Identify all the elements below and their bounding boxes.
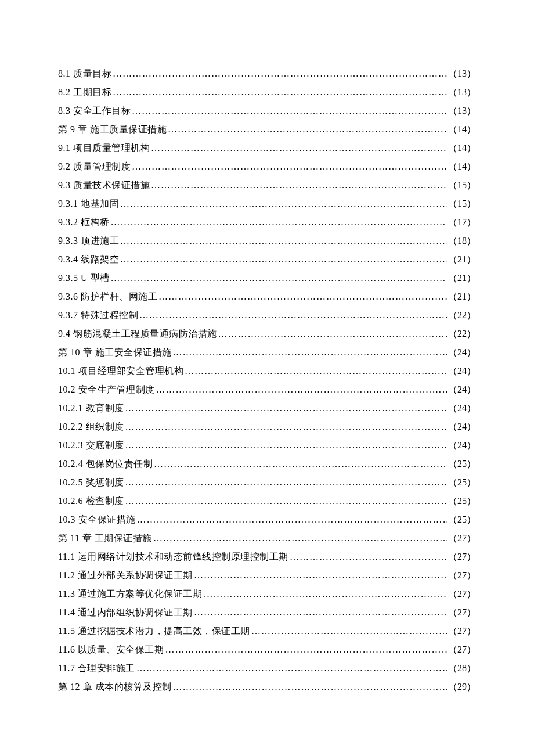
toc-label: 9.3.7 特殊过程控制: [58, 306, 138, 325]
toc-leader-dots: [125, 417, 448, 436]
toc-page-number: （21）: [448, 250, 476, 269]
toc-leader-dots: [194, 603, 447, 622]
toc-label: 10.2.1 教育制度: [58, 399, 124, 417]
toc-page-number: （25）: [448, 510, 476, 529]
toc-entry: 11.4 通过内部组织协调保证工期（27）: [58, 603, 476, 622]
toc-label: 第 10 章 施工安全保证措施: [58, 343, 172, 362]
toc-leader-dots: [125, 399, 448, 417]
toc-leader-dots: [132, 102, 447, 120]
toc-leader-dots: [218, 325, 448, 343]
toc-leader-dots: [125, 473, 448, 492]
toc-label: 10.2.3 交底制度: [58, 436, 124, 455]
toc-label: 9.2 质量管理制度: [58, 157, 131, 176]
toc-leader-dots: [153, 529, 447, 548]
toc-leader-dots: [120, 250, 447, 269]
toc-entry: 10.2.6 检查制度（25）: [58, 492, 476, 510]
toc-label: 第 11 章 工期保证措施: [58, 529, 152, 548]
toc-page-number: （14）: [448, 157, 476, 176]
toc-page-number: （15）: [448, 176, 476, 195]
toc-label: 10.2.2 组织制度: [58, 417, 124, 436]
toc-entry: 9.3 质量技术保证措施（15）: [58, 176, 476, 195]
toc-entry: 第 11 章 工期保证措施（27）: [58, 529, 476, 548]
toc-page-number: （15）: [448, 195, 476, 213]
toc-label: 9.3.1 地基加固: [58, 195, 119, 213]
toc-page-number: （27）: [448, 640, 476, 659]
toc-leader-dots: [151, 139, 447, 157]
toc-page-number: （17）: [448, 213, 476, 232]
toc-page-number: （25）: [448, 473, 476, 492]
toc-leader-dots: [290, 548, 447, 566]
toc-label: 10.2 安全生产管理制度: [58, 380, 155, 399]
toc-label: 10.1 项目经理部安全管理机构: [58, 362, 183, 380]
toc-label: 11.5 通过挖掘技术潜力，提高工效，保证工期: [58, 622, 250, 640]
toc-label: 11.1 运用网络计划技术和动态前锋线控制原理控制工期: [58, 548, 288, 566]
toc-label: 11.6 以质量、安全保工期: [58, 640, 164, 659]
toc-page-number: （27）: [448, 548, 476, 566]
toc-leader-dots: [173, 343, 448, 362]
toc-label: 9.3.3 顶进施工: [58, 232, 119, 250]
toc-label: 11.4 通过内部组织协调保证工期: [58, 603, 193, 622]
toc-leader-dots: [136, 659, 447, 678]
toc-leader-dots: [120, 195, 447, 213]
toc-leader-dots: [151, 176, 447, 195]
toc-page-number: （24）: [448, 399, 476, 417]
toc-page-number: （14）: [448, 120, 476, 139]
toc-label: 11.3 通过施工方案等优化保证工期: [58, 585, 202, 603]
toc-entry: 11.7 合理安排施工（28）: [58, 659, 476, 678]
toc-leader-dots: [111, 269, 447, 287]
toc-entry: 9.2 质量管理制度（14）: [58, 157, 476, 176]
toc-entry: 9.3.4 线路架空（21）: [58, 250, 476, 269]
toc-entry: 9.3.1 地基加固（15）: [58, 195, 476, 213]
toc-page-number: （22）: [448, 325, 476, 343]
toc-entry: 9.3.3 顶进施工（18）: [58, 232, 476, 250]
toc-entry: 10.1 项目经理部安全管理机构（24）: [58, 362, 476, 380]
toc-entry: 9.1 项目质量管理机构（14）: [58, 139, 476, 157]
toc-entry: 11.3 通过施工方案等优化保证工期（27）: [58, 585, 476, 603]
toc-leader-dots: [173, 678, 448, 696]
toc-label: 10.3 安全保证措施: [58, 510, 136, 529]
toc-entry: 10.3 安全保证措施（25）: [58, 510, 476, 529]
toc-page-number: （27）: [448, 566, 476, 585]
toc-leader-dots: [156, 380, 448, 399]
toc-leader-dots: [251, 622, 447, 640]
toc-page-number: （13）: [448, 102, 476, 120]
toc-page-number: （29）: [448, 678, 476, 696]
toc-entry: 11.5 通过挖掘技术潜力，提高工效，保证工期（27）: [58, 622, 476, 640]
toc-page-number: （22）: [448, 306, 476, 325]
toc-leader-dots: [168, 120, 447, 139]
toc-label: 8.3 安全工作目标: [58, 102, 131, 120]
toc-page-number: （24）: [448, 343, 476, 362]
toc-leader-dots: [113, 83, 447, 102]
toc-label: 10.2.5 奖惩制度: [58, 473, 124, 492]
toc-leader-dots: [194, 566, 447, 585]
toc-entry: 10.2.2 组织制度（24）: [58, 417, 476, 436]
header-divider: [58, 41, 476, 41]
toc-leader-dots: [165, 640, 447, 659]
toc-leader-dots: [111, 213, 448, 232]
toc-page-number: （28）: [448, 659, 476, 678]
toc-leader-dots: [185, 362, 447, 380]
toc-label: 9.3.2 框构桥: [58, 213, 110, 232]
table-of-contents: 8.1 质量目标（13）8.2 工期目标（13）8.3 安全工作目标（13）第 …: [58, 64, 476, 696]
toc-page-number: （27）: [448, 529, 476, 548]
toc-page-number: （27）: [448, 622, 476, 640]
toc-label: 9.3 质量技术保证措施: [58, 176, 150, 195]
toc-label: 10.2.4 包保岗位责任制: [58, 455, 153, 473]
toc-page-number: （24）: [448, 417, 476, 436]
toc-page-number: （25）: [448, 492, 476, 510]
toc-page-number: （25）: [448, 455, 476, 473]
toc-leader-dots: [132, 157, 447, 176]
toc-leader-dots: [139, 306, 447, 325]
toc-leader-dots: [113, 64, 447, 83]
toc-entry: 8.2 工期目标（13）: [58, 83, 476, 102]
toc-leader-dots: [158, 287, 447, 306]
toc-entry: 10.2.3 交底制度（24）: [58, 436, 476, 455]
toc-page-number: （18）: [448, 232, 476, 250]
toc-entry: 10.2.1 教育制度（24）: [58, 399, 476, 417]
toc-page-number: （21）: [448, 287, 476, 306]
toc-label: 11.2 通过外部关系协调保证工期: [58, 566, 193, 585]
toc-entry: 第 9 章 施工质量保证措施（14）: [58, 120, 476, 139]
toc-entry: 第 10 章 施工安全保证措施（24）: [58, 343, 476, 362]
toc-entry: 8.1 质量目标（13）: [58, 64, 476, 83]
toc-page-number: （13）: [448, 64, 476, 83]
